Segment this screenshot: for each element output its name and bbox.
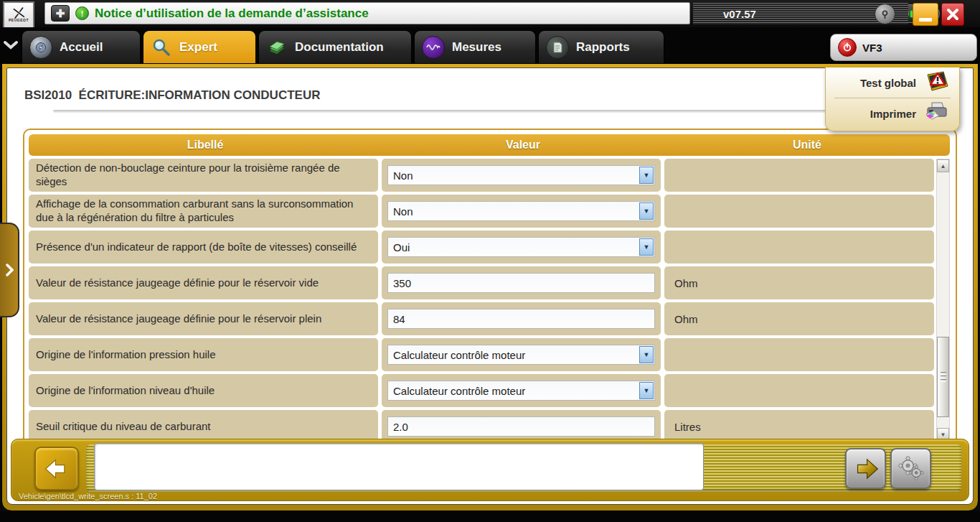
expand-notice-button[interactable]: ✚ (51, 5, 70, 22)
tab-label: Mesures (452, 40, 501, 55)
printer-icon (923, 101, 949, 126)
chevron-down-icon[interactable]: ▼ (639, 382, 654, 399)
report-icon (546, 36, 569, 59)
tab-expert[interactable]: Expert (143, 30, 256, 63)
back-button[interactable] (34, 447, 79, 490)
table-row: Présence d'un indicateur de rapport (de … (29, 230, 934, 264)
main-window: Test global Imprimer (1, 63, 979, 511)
parameters-table: Libellé Valeur Unité Détection de non-bo… (23, 129, 957, 449)
row-label: Valeur de résistance jaugeage définie po… (29, 266, 378, 299)
row-value-cell (382, 266, 661, 299)
row-value-cell: Non▼ (382, 159, 661, 192)
test-global-button[interactable]: Test global (826, 67, 959, 98)
side-flyout-handle[interactable] (0, 223, 19, 317)
screen: ⤬ PEUGEOT ✚ ! Notice d’utilisation de la… (0, 0, 980, 522)
close-button[interactable] (941, 3, 964, 26)
row-unit (664, 195, 934, 228)
tab-rapports[interactable]: Rapports (538, 30, 664, 63)
row-label: Présence d'un indicateur de rapport (de … (29, 230, 378, 264)
minimize-button[interactable] (913, 3, 938, 26)
value-dropdown[interactable]: Calculateur contrôle moteur▼ (387, 381, 655, 401)
chevron-down-icon[interactable]: ▼ (639, 167, 654, 184)
version-label: v07.57 (723, 8, 756, 20)
vin-text: VF3 (862, 42, 882, 54)
scrollbar-thumb[interactable] (937, 337, 949, 417)
table-row: Origine de l'information pression huileC… (29, 338, 934, 371)
notice-bar: ✚ ! Notice d’utilisation de la demande d… (44, 2, 690, 24)
table-row: Détection de non-bouclage ceinture pour … (29, 159, 934, 192)
tab-label: Rapports (576, 40, 630, 55)
row-unit (664, 374, 934, 407)
window-content: Test global Imprimer (6, 67, 974, 505)
title-bar: ⤬ PEUGEOT ✚ ! Notice d’utilisation de la… (0, 0, 980, 27)
row-label: Affichage de la consommation carburant s… (29, 195, 378, 228)
tab-mesures[interactable]: Mesures (414, 30, 536, 63)
notice-text: Notice d’utilisation de la demande d’ass… (95, 6, 369, 21)
book-icon (266, 37, 288, 58)
header-unite: Unité (664, 139, 950, 152)
power-icon[interactable] (838, 38, 857, 57)
main-tab-bar: Accueil Expert Documentation Mesures (0, 27, 980, 63)
vertical-scrollbar[interactable]: ▲ ▼ (936, 159, 950, 442)
message-box (94, 443, 704, 490)
row-label: Détection de non-bouclage ceinture pour … (29, 159, 378, 192)
info-icon: ! (75, 6, 89, 20)
chevron-down-icon[interactable]: ▼ (639, 202, 654, 220)
value-dropdown[interactable]: Calculateur contrôle moteur▼ (387, 345, 655, 365)
chevron-down-icon[interactable]: ▼ (639, 346, 654, 363)
action-panel: Test global Imprimer (825, 67, 960, 131)
print-button[interactable]: Imprimer (826, 98, 959, 129)
scroll-up-button[interactable]: ▲ (937, 159, 949, 172)
bottom-bar: Vehicle\gen\tlcd_write_screen.s : 11_02 (11, 439, 969, 501)
settings-button[interactable] (890, 448, 931, 489)
dropdown-selected-value: Non (388, 169, 639, 182)
dropdown-selected-value: Calculateur contrôle moteur (388, 385, 639, 397)
title-divider (53, 110, 923, 113)
peugeot-logo: ⤬ PEUGEOT (3, 1, 34, 29)
gear-icon (898, 456, 923, 480)
value-dropdown[interactable]: Non▼ (387, 165, 655, 185)
dropdown-selected-value: Oui (388, 241, 639, 253)
dropdown-selected-value: Non (388, 205, 639, 218)
row-value-cell (382, 302, 661, 335)
vin-session-box[interactable]: VF3 (830, 34, 977, 61)
value-input[interactable] (388, 421, 654, 433)
value-input[interactable] (388, 313, 654, 325)
tab-label: Accueil (60, 40, 103, 55)
value-input-field[interactable] (387, 273, 655, 293)
tab-accueil[interactable]: Accueil (22, 30, 141, 63)
home-compass-icon (29, 36, 52, 59)
table-row: Origine de l'information niveau d'huileC… (29, 374, 934, 407)
header-libelle: Libellé (29, 139, 382, 152)
waveform-icon (422, 36, 445, 59)
tab-documentation[interactable]: Documentation (258, 30, 412, 63)
header-valeur: Valeur (382, 139, 664, 152)
chevron-down-icon[interactable]: ▼ (639, 238, 654, 256)
value-dropdown[interactable]: Oui▼ (387, 237, 655, 257)
value-dropdown[interactable]: Non▼ (387, 201, 655, 221)
tab-label: Expert (179, 40, 217, 55)
row-unit (664, 159, 934, 192)
row-label: Origine de l'information pression huile (29, 338, 378, 371)
row-label: Valeur de résistance jaugeage définie po… (29, 302, 378, 335)
magnifier-icon (151, 37, 172, 58)
tabs-collapse-button[interactable] (1, 37, 20, 55)
value-input[interactable] (388, 277, 654, 289)
value-input-field[interactable] (387, 416, 655, 437)
row-value-cell: Calculateur contrôle moteur▼ (382, 338, 661, 371)
next-button[interactable] (845, 448, 886, 489)
table-row: Valeur de résistance jaugeage définie po… (29, 302, 934, 335)
warning-icon (923, 70, 949, 95)
version-strip: v07.57 ⚲ (693, 3, 908, 24)
page-title: BSI2010 ÉCRITURE:INFORMATION CONDUCTEUR (24, 88, 320, 103)
tab-label: Documentation (295, 40, 384, 55)
row-value-cell: Calculateur contrôle moteur▼ (382, 374, 661, 407)
row-value-cell: Oui▼ (382, 230, 661, 264)
status-path-text: Vehicle\gen\tlcd_write_screen.s : 11_02 (19, 492, 157, 500)
bottom-strip (0, 511, 980, 522)
lock-icon[interactable]: ⚲ (875, 4, 895, 24)
row-unit (664, 338, 934, 371)
value-input-field[interactable] (387, 309, 655, 329)
table-row: Valeur de résistance jaugeage définie po… (29, 266, 934, 299)
row-unit: Ohm (664, 266, 934, 299)
